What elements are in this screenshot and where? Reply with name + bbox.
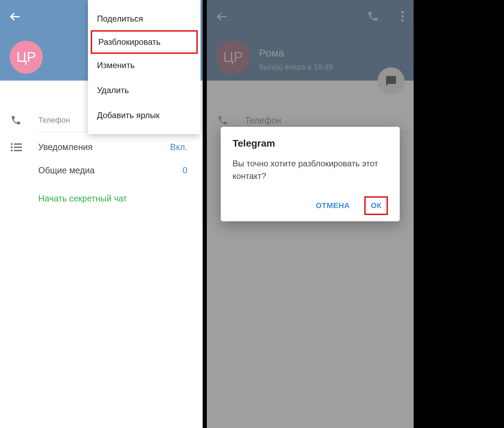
back-arrow-icon[interactable] <box>9 10 21 23</box>
shared-media-label: Общие медиа <box>38 165 95 175</box>
unblock-confirm-dialog: Telegram Вы точно хотите разблокировать … <box>221 127 400 221</box>
ok-button[interactable]: ОК <box>364 196 388 215</box>
overflow-menu: Поделиться Разблокировать Изменить Удали… <box>88 0 201 134</box>
menu-item-delete[interactable]: Удалить <box>88 78 201 103</box>
shared-media-value: 0 <box>182 165 187 175</box>
menu-item-unblock[interactable]: Разблокировать <box>91 30 198 54</box>
menu-item-share[interactable]: Поделиться <box>88 6 201 31</box>
dialog-actions: ОТМЕНА ОК <box>233 196 388 215</box>
phone-icon <box>10 115 38 126</box>
svg-rect-2 <box>14 143 22 145</box>
svg-point-5 <box>11 149 13 151</box>
list-icon <box>10 143 38 151</box>
shared-media-row[interactable]: Общие медиа 0 <box>0 162 203 183</box>
svg-point-3 <box>11 146 13 148</box>
svg-rect-6 <box>14 150 22 151</box>
notifications-value: Вкл. <box>170 142 187 152</box>
cancel-button[interactable]: ОТМЕНА <box>309 196 356 215</box>
profile-screen-with-dialog: ЦР Рома был(а) вчера в 18:49 Телефон <box>207 0 414 428</box>
menu-item-add-shortcut[interactable]: Добавить ярлык <box>88 103 201 128</box>
notifications-row[interactable]: Уведомления Вкл. <box>0 132 203 162</box>
svg-rect-4 <box>14 147 22 148</box>
svg-point-1 <box>11 143 13 145</box>
phone-label: Телефон <box>38 116 70 125</box>
avatar-initials: ЦР <box>16 49 36 65</box>
start-secret-chat-button[interactable]: Начать секретный чат <box>0 183 203 204</box>
dialog-message: Вы точно хотите разблокировать этот конт… <box>233 157 388 182</box>
notifications-label: Уведомления <box>38 142 92 152</box>
avatar[interactable]: ЦР <box>10 41 43 74</box>
dialog-title: Telegram <box>233 138 388 149</box>
menu-item-edit[interactable]: Изменить <box>88 53 201 78</box>
profile-screen-with-menu: ЦР Поделиться Разблокировать Изменить Уд… <box>0 0 207 428</box>
